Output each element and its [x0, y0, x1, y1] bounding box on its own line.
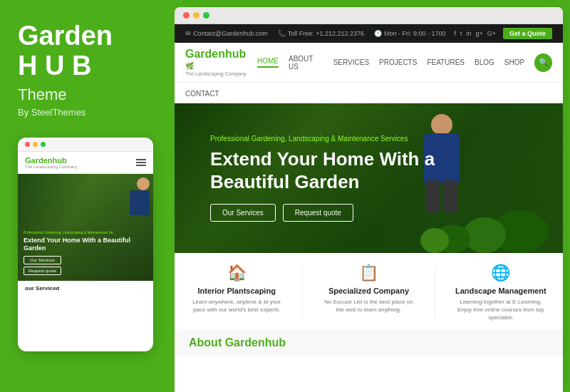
mobile-gardener [128, 177, 147, 215]
clock-icon: 🕐 [374, 30, 382, 37]
mobile-our-serviced-label: our Serviced [25, 285, 146, 292]
nav-shop[interactable]: SHOP [504, 58, 524, 66]
browser-dot-red [183, 12, 190, 19]
mobile-dot-green [41, 142, 46, 147]
service-card-1: 🏠 Interior Plantscaping Learn anywhere, … [185, 264, 288, 322]
hero-services-button[interactable]: Our Services [210, 204, 276, 222]
search-button[interactable]: 🔍 [534, 53, 552, 72]
landscape-icon: 🌐 [453, 264, 549, 282]
social-links: f t in g+ G+ [454, 30, 496, 37]
plantscaping-icon: 🏠 [189, 264, 284, 282]
about-section: About Gardenhub [175, 329, 563, 356]
left-panel: Garden H U B Theme By SteelThemes Garden… [0, 0, 175, 392]
hours-info: 🕐 Mon - Fri: 9:00 - 1700 [374, 30, 446, 37]
hero-tagline: Professional Gardening, Landscaping & Ma… [210, 135, 435, 143]
mobile-browser-chrome [18, 138, 153, 152]
about-title: About Gardenhub [189, 336, 549, 349]
service-desc-1: Learn anywhere, anytime & at your pace w… [189, 298, 284, 314]
phone-info: 📞 Toll Free: +1.212.212.2376 [278, 30, 364, 37]
hamburger-icon[interactable] [136, 159, 146, 166]
info-bar: ✉ Contact@Gardenhub.com 📞 Toll Free: +1.… [175, 24, 563, 43]
twitter-icon[interactable]: t [460, 30, 462, 37]
google-plus-icon[interactable]: g+ [475, 30, 482, 37]
facebook-icon[interactable]: f [454, 30, 456, 37]
mobile-dot-red [25, 142, 30, 147]
mobile-services-button[interactable]: Our Services [24, 256, 61, 264]
second-nav: CONTACT [175, 83, 563, 103]
get-quote-button[interactable]: Get a Quote [503, 28, 552, 39]
email-icon: ✉ [185, 30, 191, 37]
hero-quote-button[interactable]: Request quote [283, 204, 353, 222]
mobile-quote-button[interactable]: Request quote [24, 267, 61, 275]
browser-chrome [175, 7, 563, 24]
nav-contact[interactable]: CONTACT [185, 90, 219, 98]
browser-dot-yellow [193, 12, 200, 19]
nav-blog[interactable]: BLOG [475, 58, 494, 66]
nav-home[interactable]: HOME [257, 57, 279, 68]
nav-services[interactable]: SERVICES [333, 58, 369, 66]
info-bar-left: ✉ Contact@Gardenhub.com 📞 Toll Free: +1.… [185, 30, 446, 37]
mobile-dot-yellow [33, 142, 38, 147]
mobile-mockup: Gardenhub The Landscaping Company Profes… [18, 138, 153, 351]
mobile-hero-tagline: Professional Gardening, Landscaping & Ma… [24, 230, 147, 234]
brand-subtitle: Theme [18, 86, 157, 104]
nav-about[interactable]: ABOUT US [289, 55, 323, 71]
service-desc-3: Learning together at E-Learning. Enjoy f… [453, 298, 549, 322]
hero-buttons: Our Services Request quote [210, 204, 435, 222]
service-card-2: 📋 Specialized Company No Excuse List is … [317, 264, 420, 322]
leaf-icon: 🌿 [185, 62, 194, 70]
mobile-bottom: our Serviced [18, 281, 153, 296]
service-card-3: 🌐 Landscape Management Learning together… [450, 264, 552, 322]
nav-features[interactable]: FEATURES [427, 58, 465, 66]
nav-projects[interactable]: PROJECTS [379, 58, 417, 66]
service-title-2: Specialized Company [321, 287, 416, 295]
linkedin-icon[interactable]: in [466, 30, 471, 37]
phone-icon: 📞 [278, 30, 286, 37]
service-divider-1 [302, 267, 303, 319]
company-icon: 📋 [321, 264, 416, 282]
hero-section: Professional Gardening, Landscaping & Ma… [175, 103, 563, 253]
hero-title: Extend Your Home With a Beautiful Garden [210, 148, 435, 192]
mobile-hero: Professional Gardening, Landscaping & Ma… [18, 174, 153, 281]
service-title-1: Interior Plantscaping [189, 287, 284, 295]
service-desc-2: No Excuse List is the best place on the … [321, 298, 416, 314]
brand-title: Garden H U B [18, 21, 157, 81]
services-strip: 🏠 Interior Plantscaping Learn anywhere, … [175, 253, 563, 329]
hero-content: Professional Gardening, Landscaping & Ma… [210, 135, 435, 221]
info-bar-right: f t in g+ G+ Get a Quote [454, 28, 552, 39]
service-title-3: Landscape Management [453, 287, 549, 295]
desktop-mockup: ✉ Contact@Gardenhub.com 📞 Toll Free: +1.… [175, 7, 563, 392]
browser-dot-green [203, 12, 209, 19]
nav-logo: Gardenhub 🌿 The Landscaping Company [185, 48, 257, 76]
mobile-hero-title: Extend Your Home With a Beautiful Garden [24, 237, 147, 252]
rss-icon[interactable]: G+ [487, 30, 496, 37]
nav-links: HOME ABOUT US SERVICES PROJECTS FEATURES… [257, 53, 552, 72]
main-nav: Gardenhub 🌿 The Landscaping Company HOME… [175, 43, 563, 83]
email-info: ✉ Contact@Gardenhub.com [185, 30, 268, 37]
mobile-logo: Gardenhub The Landscaping Company [25, 156, 77, 169]
brand-by: By SteelThemes [18, 107, 157, 118]
mobile-nav: Gardenhub The Landscaping Company [18, 152, 153, 174]
service-divider-2 [435, 267, 435, 319]
